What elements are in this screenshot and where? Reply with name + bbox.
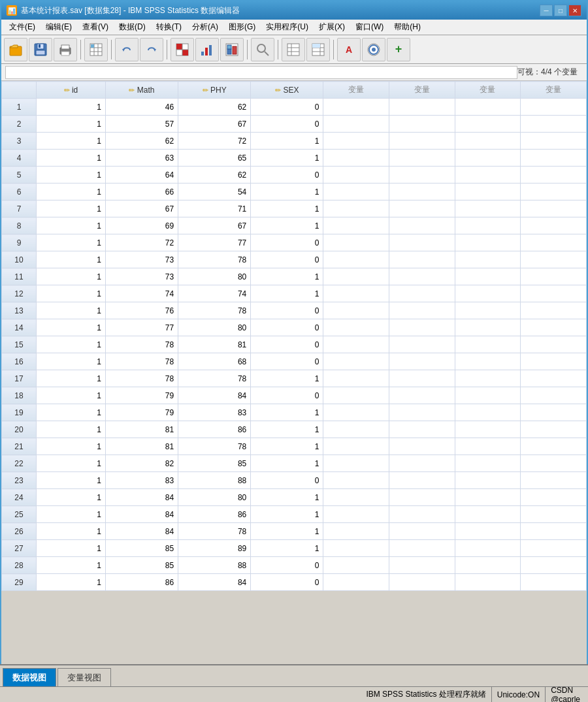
menu-analyze[interactable]: 分析(A): [187, 20, 223, 35]
cell-id[interactable]: 1: [36, 506, 105, 523]
find-button[interactable]: [251, 38, 274, 61]
empty-cell[interactable]: [521, 557, 587, 574]
empty-cell[interactable]: [323, 523, 389, 540]
cell-phy[interactable]: 77: [178, 234, 251, 251]
pivot-table-button[interactable]: [171, 38, 194, 61]
cell-sex[interactable]: 0: [251, 302, 323, 319]
empty-cell[interactable]: [323, 540, 389, 557]
empty-cell[interactable]: [389, 268, 455, 285]
empty-cell[interactable]: [455, 455, 521, 472]
empty-cell[interactable]: [323, 574, 389, 591]
cell-id[interactable]: 1: [36, 574, 105, 591]
empty-cell[interactable]: [323, 455, 389, 472]
cell-phy[interactable]: 62: [178, 99, 251, 116]
empty-cell[interactable]: [521, 438, 587, 455]
chart-button[interactable]: [195, 38, 219, 61]
empty-cell[interactable]: [323, 133, 389, 150]
cell-math[interactable]: 78: [105, 336, 178, 353]
empty-cell[interactable]: [323, 234, 389, 251]
empty-cell[interactable]: [521, 574, 587, 591]
cell-id[interactable]: 1: [36, 489, 105, 506]
empty-cell[interactable]: [323, 489, 389, 506]
empty-cell[interactable]: [521, 268, 587, 285]
empty-cell[interactable]: [455, 150, 521, 167]
empty-cell[interactable]: [323, 285, 389, 302]
empty-cell[interactable]: [521, 336, 587, 353]
cell-sex[interactable]: 1: [251, 200, 323, 217]
stacked-chart-button[interactable]: [220, 38, 244, 61]
empty-cell[interactable]: [521, 540, 587, 557]
cell-math[interactable]: 81: [105, 438, 178, 455]
empty-cell[interactable]: [455, 387, 521, 404]
empty-cell[interactable]: [389, 150, 455, 167]
cell-id[interactable]: 1: [36, 387, 105, 404]
menu-window[interactable]: 窗口(W): [350, 20, 389, 35]
empty-cell[interactable]: [521, 319, 587, 336]
empty-cell[interactable]: [455, 523, 521, 540]
cell-phy[interactable]: 85: [178, 455, 251, 472]
empty-cell[interactable]: [455, 353, 521, 370]
empty-cell[interactable]: [455, 404, 521, 421]
empty-cell[interactable]: [323, 387, 389, 404]
col-header-v7[interactable]: 变量: [455, 82, 521, 99]
empty-cell[interactable]: [521, 387, 587, 404]
empty-cell[interactable]: [455, 336, 521, 353]
cell-sex[interactable]: 1: [251, 150, 323, 167]
empty-cell[interactable]: [389, 506, 455, 523]
empty-cell[interactable]: [323, 506, 389, 523]
cell-phy[interactable]: 68: [178, 353, 251, 370]
cell-sex[interactable]: 0: [251, 251, 323, 268]
empty-cell[interactable]: [389, 217, 455, 234]
empty-cell[interactable]: [455, 506, 521, 523]
cell-sex[interactable]: 1: [251, 133, 323, 150]
cell-id[interactable]: 1: [36, 404, 105, 421]
cases-button[interactable]: [282, 38, 305, 61]
cell-math[interactable]: 76: [105, 302, 178, 319]
menu-edit[interactable]: 编辑(E): [41, 20, 77, 35]
cell-sex[interactable]: 1: [251, 183, 323, 200]
empty-cell[interactable]: [455, 489, 521, 506]
empty-cell[interactable]: [521, 183, 587, 200]
empty-cell[interactable]: [323, 438, 389, 455]
cell-phy[interactable]: 86: [178, 506, 251, 523]
cell-phy[interactable]: 84: [178, 574, 251, 591]
undo-button[interactable]: [115, 38, 139, 61]
cell-phy[interactable]: 86: [178, 421, 251, 438]
cell-sex[interactable]: 0: [251, 234, 323, 251]
empty-cell[interactable]: [323, 353, 389, 370]
empty-cell[interactable]: [389, 421, 455, 438]
empty-cell[interactable]: [521, 489, 587, 506]
cell-sex[interactable]: 0: [251, 557, 323, 574]
empty-cell[interactable]: [323, 200, 389, 217]
cell-sex[interactable]: 1: [251, 455, 323, 472]
cell-id[interactable]: 1: [36, 455, 105, 472]
empty-cell[interactable]: [521, 404, 587, 421]
cell-math[interactable]: 85: [105, 557, 178, 574]
empty-cell[interactable]: [389, 489, 455, 506]
empty-cell[interactable]: [323, 557, 389, 574]
cell-math[interactable]: 77: [105, 319, 178, 336]
empty-cell[interactable]: [455, 285, 521, 302]
empty-cell[interactable]: [521, 99, 587, 116]
cell-phy[interactable]: 78: [178, 523, 251, 540]
cell-id[interactable]: 1: [36, 183, 105, 200]
redo-button[interactable]: [140, 38, 163, 61]
cell-id[interactable]: 1: [36, 217, 105, 234]
cell-phy[interactable]: 88: [178, 472, 251, 489]
cell-phy[interactable]: 80: [178, 319, 251, 336]
empty-cell[interactable]: [389, 404, 455, 421]
cell-math[interactable]: 85: [105, 540, 178, 557]
cell-math[interactable]: 79: [105, 387, 178, 404]
empty-cell[interactable]: [455, 472, 521, 489]
empty-cell[interactable]: [521, 200, 587, 217]
empty-cell[interactable]: [389, 336, 455, 353]
cell-phy[interactable]: 62: [178, 167, 251, 183]
empty-cell[interactable]: [455, 99, 521, 116]
cell-phy[interactable]: 78: [178, 438, 251, 455]
empty-cell[interactable]: [455, 438, 521, 455]
empty-cell[interactable]: [389, 302, 455, 319]
empty-cell[interactable]: [389, 183, 455, 200]
cell-sex[interactable]: 1: [251, 540, 323, 557]
menu-transform[interactable]: 转换(T): [151, 20, 187, 35]
empty-cell[interactable]: [455, 133, 521, 150]
